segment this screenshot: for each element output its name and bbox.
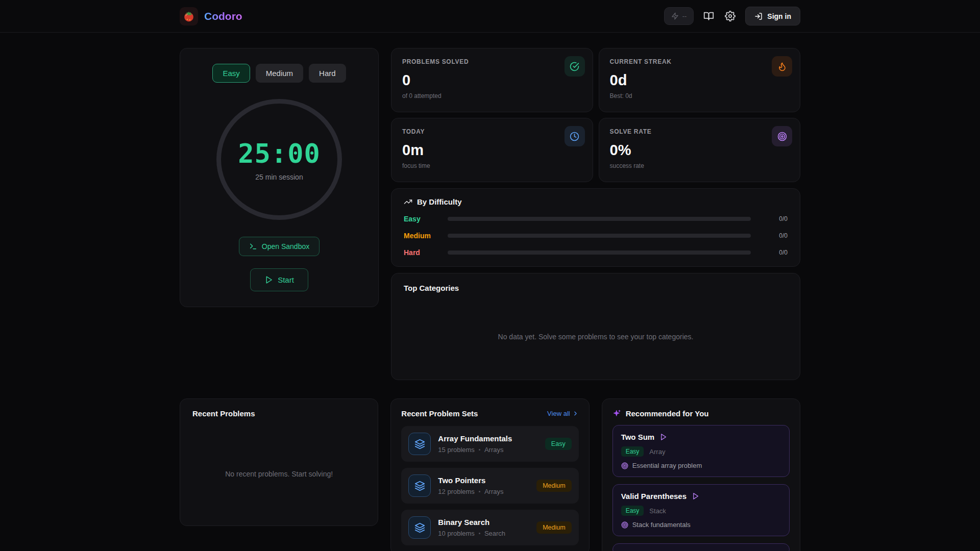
target-icon [772,126,792,146]
chevron-right-icon [572,410,579,417]
stat-value: 0d [610,72,790,89]
difficulty-row-value: 0/0 [759,249,788,256]
difficulty-row-value: 0/0 [759,232,788,239]
view-all-link[interactable]: View all [547,410,579,417]
navbar: Codoro -- Sign in [0,0,980,33]
layers-icon [408,433,431,455]
top-categories-panel: Top Categories No data yet. Solve some p… [391,273,800,380]
difficulty-row-label: Medium [404,232,439,240]
open-sandbox-button[interactable]: Open Sandbox [239,237,320,256]
by-difficulty-panel: By Difficulty Easy 0/0 Medium 0/0 Hard 0… [391,188,800,267]
stat-value: 0m [402,142,582,159]
problem-set-name: Array Fundamentals [438,434,538,443]
difficulty-row-label: Hard [404,248,439,257]
stat-card-solve-rate: SOLVE RATE 0% success rate [599,118,801,182]
stat-value: 0 [402,72,582,89]
difficulty-row-medium: Medium 0/0 [404,232,788,240]
problem-set-two-pointers[interactable]: Two Pointers 12 problems Arrays Medium [401,468,578,504]
problem-set-name: Two Pointers [438,476,529,485]
recommended-note: Stack fundamentals [632,521,691,529]
recommended-two-sum[interactable]: Two Sum Easy Array Essential array probl… [612,425,790,477]
stat-sub: success rate [610,162,790,169]
stat-label: SOLVE RATE [610,128,790,135]
start-button[interactable]: Start [250,268,308,291]
log-in-icon [754,12,763,20]
dot-separator [479,449,480,450]
play-icon[interactable] [692,492,699,500]
stats-grid: PROBLEMS SOLVED 0 of 0 attempted CURRENT… [391,48,800,182]
energy-value: -- [682,12,687,20]
sign-in-button[interactable]: Sign in [745,7,800,26]
difficulty-easy-button[interactable]: Easy [212,64,250,83]
trending-up-icon [404,197,412,206]
medium-progress-bar [448,234,751,238]
difficulty-badge: Medium [536,480,571,492]
recommended-note: Essential array problem [632,462,702,469]
target-icon [621,462,628,469]
difficulty-row-value: 0/0 [759,215,788,222]
stat-sub: focus time [402,162,582,169]
recommended-category: Array [649,448,665,456]
hard-progress-bar [448,251,751,255]
problem-set-category: Arrays [484,446,504,454]
recent-problems-title: Recent Problems [192,409,365,418]
difficulty-row-label: Easy [404,215,439,223]
recent-problems-empty-message: No recent problems. Start solving! [180,470,378,478]
check-circle-icon [565,56,585,77]
by-difficulty-title: By Difficulty [417,197,462,206]
layers-icon [408,516,431,539]
problem-set-binary-search[interactable]: Binary Search 10 problems Search Medium [401,510,578,545]
terminal-icon [249,242,257,251]
problem-set-name: Binary Search [438,518,529,527]
play-icon[interactable] [659,433,667,441]
recommended-next-card-partial[interactable] [612,543,790,551]
top-categories-title: Top Categories [404,284,788,292]
recommended-name: Two Sum [621,433,655,441]
problem-set-array-fundamentals[interactable]: Array Fundamentals 15 problems Arrays Ea… [401,426,578,462]
problem-sets-title: Recent Problem Sets [401,409,478,418]
problem-set-count: 12 problems [438,488,475,495]
brand-name: Codoro [204,10,242,22]
flame-icon [772,56,792,77]
top-categories-empty-message: No data yet. Solve some problems to see … [391,333,800,341]
stat-label: CURRENT STREAK [610,58,790,65]
easy-progress-bar [448,217,751,221]
view-all-label: View all [547,410,570,417]
difficulty-medium-button[interactable]: Medium [256,64,303,83]
stat-value: 0% [610,142,790,159]
problem-set-count: 10 problems [438,530,475,537]
energy-button[interactable]: -- [664,7,694,25]
difficulty-toggle: Easy Medium Hard [212,64,346,83]
timer-time: 25:00 [238,138,321,169]
stat-sub: Best: 0d [610,92,790,99]
difficulty-badge: Medium [536,521,571,534]
recent-problems-panel: Recent Problems No recent problems. Star… [180,398,378,526]
stat-label: PROBLEMS SOLVED [402,58,582,65]
recommended-valid-parentheses[interactable]: Valid Parentheses Easy Stack Stack funda… [612,484,790,536]
recommended-category: Stack [649,507,666,515]
difficulty-badge: Easy [621,446,644,457]
clock-icon [565,126,585,146]
docs-button[interactable] [702,10,715,22]
stat-card-current-streak: CURRENT STREAK 0d Best: 0d [599,48,801,112]
stat-label: TODAY [402,128,582,135]
recommended-panel: Recommended for You Two Sum Easy Array E… [602,398,800,551]
sparkles-icon [612,409,621,418]
difficulty-row-hard: Hard 0/0 [404,248,788,257]
recommended-name: Valid Parentheses [621,492,687,500]
timer-card: Easy Medium Hard 25:00 25 min session Op… [180,48,379,307]
layers-icon [408,474,431,497]
problem-sets-panel: Recent Problem Sets View all Array Funda… [390,398,589,551]
zap-icon [671,12,679,20]
play-icon [264,276,273,284]
stat-sub: of 0 attempted [402,92,582,99]
brand[interactable]: Codoro [180,7,242,26]
stat-card-today: TODAY 0m focus time [391,118,593,182]
timer-ring: 25:00 25 min session [216,99,342,220]
difficulty-row-easy: Easy 0/0 [404,215,788,223]
difficulty-hard-button[interactable]: Hard [309,64,346,83]
problem-set-category: Search [484,530,505,537]
dot-separator [479,533,480,534]
start-label: Start [278,276,294,284]
settings-button[interactable] [724,10,737,22]
